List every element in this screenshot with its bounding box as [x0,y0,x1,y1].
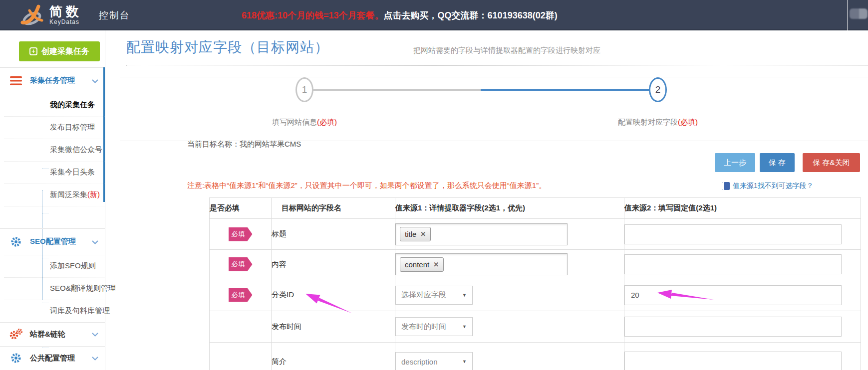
new-badge: (新) [87,190,100,198]
source1-chip-input[interactable]: content✕ [395,253,568,275]
create-task-label: 创建采集任务 [41,46,89,57]
sidebar-item-label: 采集今日头条 [50,168,95,177]
col-header-source2: 值来源2：填写固定值(2选1) [624,198,861,219]
promo-bar: 618优惠:10个月的钱=13个月套餐。 点击去购买，QQ交流群：6101936… [242,0,558,30]
sidebar-section-site-group[interactable]: 站群&链轮 [0,322,105,346]
user-account-blurred[interactable] [850,8,868,19]
field-name: 分类ID [272,279,395,311]
sidebar-item-wechat-collect[interactable]: 采集微信公众号 [0,139,105,161]
gear-icon [9,353,22,364]
source1-field-select[interactable]: 选择对应字段▼ [395,286,473,305]
field-name: 简介 [272,343,395,370]
source1-chip-input[interactable]: title✕ [395,223,568,245]
required-mark: (必填) [678,118,698,126]
promo-buy-link[interactable]: 点击去购买，QQ交流群：610193638(02群) [384,9,558,21]
sidebar-section-seo-config[interactable]: SEO配置管理 [0,228,105,255]
source1-field-select[interactable]: description▼ [395,352,473,370]
sidebar-item-seo-translate-rules[interactable]: SEO&翻译规则管理 [0,277,105,300]
chevron-down-icon [92,330,98,339]
caret-down-icon: ▼ [462,359,467,364]
save-button[interactable]: 保 存 [760,153,795,172]
page-title: 配置映射对应字段（目标网站） [126,38,329,57]
sidebar-item-label: 新闻泛采集(新) [50,190,100,199]
sidebar-item-add-seo-rule[interactable]: 添加SEO规则 [0,255,105,277]
stepper-panel-top-border [120,77,868,77]
table-row: 简介 description▼ [210,343,861,370]
step-line-active [481,89,650,91]
source2-fixed-value-input[interactable] [624,285,842,305]
sidebar-section-common-config[interactable]: 公共配置管理 [0,346,105,370]
create-task-button[interactable]: + 创建采集任务 [19,41,100,61]
sidebar-item-publish-targets[interactable]: 发布目标管理 [0,116,105,139]
field-chip: content✕ [400,257,444,272]
required-badge: 必填 [229,257,253,271]
required-badge: 必填 [229,227,253,241]
sidebar-item-thesaurus[interactable]: 词库及句料库管理 [0,300,105,322]
chevron-down-icon [92,76,98,85]
previous-step-button[interactable]: 上一步 [715,153,755,172]
page-subtitle: 把网站需要的字段与详情提取器配置的字段进行映射对应 [413,46,600,55]
field-chip: title✕ [400,227,431,241]
col-header-source1: 值来源1：详情提取器字段(2选1，优先) [395,198,624,219]
sidebar-item-redacted[interactable] [0,206,105,228]
brand-name: 简数 [49,4,82,18]
field-mapping-table: 是否必填 目标网站的字段名 值来源1：详情提取器字段(2选1，优先) 值来源2：… [209,197,861,370]
section-label: 公共配置管理 [30,354,75,363]
promo-discount-text: 618优惠:10个月的钱=13个月套餐。 [242,9,384,21]
section-label: SEO配置管理 [30,237,76,246]
field-name: 发布时间 [272,311,395,343]
sidebar: + 创建采集任务 采集任务管理 我的采集任务 [0,30,105,370]
source2-fixed-value-input[interactable] [624,352,842,370]
current-target-name: 当前目标名称：我的网站苹果CMS [187,140,301,149]
plus-icon: + [29,47,37,55]
required-mark: (必填) [317,118,337,126]
sidebar-item-news-collect[interactable]: 新闻泛采集(新) [0,184,105,206]
source2-fixed-value-input[interactable] [624,254,842,274]
source2-fixed-value-input[interactable] [624,317,842,337]
keydatas-logo-icon [19,3,46,30]
sidebar-item-label: 添加SEO规则 [50,261,96,271]
table-row: 发布时间 发布时的时间▼ [210,311,861,343]
step-1-circle: 1 [295,77,313,102]
sidebar-item-label: 我的采集任务 [50,100,95,110]
console-label: 控制台 [99,9,130,22]
sidebar-item-toutiao-collect[interactable]: 采集今日头条 [0,161,105,184]
chevron-down-icon [92,237,98,246]
step-2-label: 配置映射对应字段(必填) [600,118,715,127]
sidebar-section-task-management[interactable]: 采集任务管理 [0,67,105,94]
step-1-label: 填写网站信息(必填) [247,118,362,127]
source1-help-link[interactable]: 值来源1找不到可选字段？ [733,182,814,190]
chevron-down-icon [92,354,98,363]
sidebar-item-my-tasks[interactable]: 我的采集任务 [0,94,105,116]
table-row: 必填 分类ID 选择对应字段▼ [210,279,861,311]
section-label: 站群&链轮 [30,330,65,339]
required-badge: 必填 [229,288,253,302]
header-separator [847,0,848,30]
field-name: 内容 [272,250,395,279]
step-2-circle: 2 [649,77,667,102]
table-header-row: 是否必填 目标网站的字段名 值来源1：详情提取器字段(2选1，优先) 值来源2：… [210,198,861,219]
close-icon[interactable]: ✕ [433,261,439,268]
col-header-required: 是否必填 [210,198,272,219]
title-divider [126,65,868,66]
close-icon[interactable]: ✕ [420,230,426,238]
brand[interactable]: 简数 KeyDatas [49,4,82,25]
step-line-inactive [312,89,481,91]
brand-subname: KeyDatas [49,18,82,25]
sidebar-item-label: SEO&翻译规则管理 [50,284,116,293]
console-nav[interactable]: 控制台 [99,0,130,30]
book-icon [722,182,730,190]
table-row: 必填 标题 title✕ [210,219,861,250]
field-name: 标题 [272,219,395,250]
section-label: 采集任务管理 [30,76,75,85]
source1-field-select[interactable]: 发布时的时间▼ [395,317,473,336]
list-icon [9,76,22,85]
caret-down-icon: ▼ [462,324,467,329]
gear-icon [9,236,22,247]
source2-fixed-value-input[interactable] [624,224,842,244]
save-and-close-button[interactable]: 保 存&关闭 [803,153,860,172]
sidebar-item-label: 发布目标管理 [50,123,95,132]
caret-down-icon: ▼ [462,293,467,298]
table-row: 必填 内容 content✕ [210,250,861,279]
notice-text: 注意:表格中“值来源1”和“值来源2”，只设置其中一个即可，如果两个都设置了，那… [187,181,546,190]
